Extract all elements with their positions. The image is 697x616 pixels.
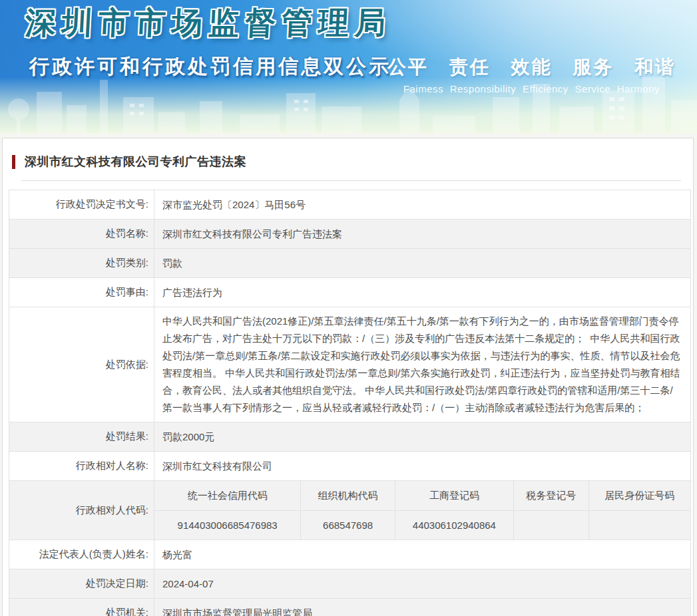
codes-header-row: 统一社会信用代码组织机构代码工商登记码税务登记号居民身份证号码 bbox=[154, 481, 690, 510]
row-label: 处罚决定日期: bbox=[9, 569, 154, 599]
header-banner: 深圳市市场监督管理局 行政许可和行政处罚信用信息双公示 公平 责任 效能 服务 … bbox=[0, 0, 697, 133]
codes-column-header: 税务登记号 bbox=[513, 481, 588, 510]
table-row: 处罚名称:深圳市红文科技有限公司专利广告违法案 bbox=[9, 220, 691, 249]
row-label: 行政处罚决定书文号: bbox=[9, 190, 154, 220]
page-title-row: 深圳市红文科技有限公司专利广告违法案 bbox=[3, 138, 693, 170]
row-value: 杨光富 bbox=[154, 540, 691, 569]
table-row: 行政处罚决定书文号:深市监光处罚〔2024〕马田56号 bbox=[9, 190, 691, 220]
codes-column-header: 居民身份证号码 bbox=[588, 481, 690, 510]
row-label: 行政相对人名称: bbox=[9, 452, 154, 481]
table-row: 处罚事由:广告违法行为 bbox=[9, 278, 691, 307]
codes-value: 914403006685476983 bbox=[154, 510, 301, 539]
content-panel: 深圳市红文科技有限公司专利广告违法案 行政处罚决定书文号:深市监光处罚〔2024… bbox=[2, 138, 694, 616]
table-row: 处罚机关:深圳市市场监督管理局光明监管局 bbox=[9, 599, 691, 616]
slogan-english: Faimess Responsibility Efficiency Servic… bbox=[387, 83, 676, 94]
codes-value bbox=[513, 510, 588, 539]
row-label: 行政相对人代码: bbox=[9, 481, 154, 540]
penalty-info-table: 行政处罚决定书文号:深市监光处罚〔2024〕马田56号处罚名称:深圳市红文科技有… bbox=[9, 190, 691, 616]
row-label: 处罚事由: bbox=[9, 278, 154, 307]
title-accent-bar bbox=[12, 155, 15, 169]
codes-column-header: 组织机构代码 bbox=[301, 481, 395, 510]
page-title: 深圳市红文科技有限公司专利广告违法案 bbox=[25, 154, 246, 170]
row-value: 深圳市红文科技有限公司专利广告违法案 bbox=[154, 220, 691, 249]
slogan-block: 公平 责任 效能 服务 和谐 Faimess Responsibility Ef… bbox=[387, 55, 676, 94]
row-label: 处罚类别: bbox=[9, 249, 154, 278]
slogan-chinese: 公平 责任 效能 服务 和谐 bbox=[387, 55, 676, 80]
table-row: 法定代表人(负责人)姓名:杨光富 bbox=[9, 540, 691, 569]
table-row: 处罚类别:罚款 bbox=[9, 249, 691, 278]
row-value: 2024-04-07 bbox=[154, 569, 691, 599]
codes-value-row: 9144030066854769836685476984403061029408… bbox=[154, 510, 690, 539]
codes-column-header: 工商登记码 bbox=[395, 481, 513, 510]
table-row: 处罚依据:中华人民共和国广告法(2021修正)/第五章法律责任/第五十九条/第一… bbox=[9, 307, 691, 422]
banner-subtitle: 行政许可和行政处罚信用信息双公示 bbox=[29, 53, 391, 80]
row-value: 深市监光处罚〔2024〕马田56号 bbox=[154, 190, 691, 220]
codes-subtable-cell: 统一社会信用代码组织机构代码工商登记码税务登记号居民身份证号码914403006… bbox=[154, 481, 691, 540]
title-divider bbox=[21, 180, 681, 181]
row-label: 处罚结果: bbox=[9, 422, 154, 452]
row-label: 法定代表人(负责人)姓名: bbox=[9, 540, 154, 569]
row-value: 罚款2000元 bbox=[154, 422, 691, 452]
row-value: 深圳市市场监督管理局光明监管局 bbox=[154, 599, 691, 616]
row-value: 罚款 bbox=[154, 249, 691, 278]
row-label: 处罚名称: bbox=[9, 220, 154, 249]
table-row: 行政相对人名称:深圳市红文科技有限公司 bbox=[9, 452, 691, 481]
table-row: 处罚决定日期:2024-04-07 bbox=[9, 569, 691, 599]
table-row: 行政相对人代码:统一社会信用代码组织机构代码工商登记码税务登记号居民身份证号码9… bbox=[9, 481, 691, 540]
penalty-table-body: 行政处罚决定书文号:深市监光处罚〔2024〕马田56号处罚名称:深圳市红文科技有… bbox=[9, 190, 691, 616]
row-value: 中华人民共和国广告法(2021修正)/第五章法律责任/第五十九条/第一款有下列行… bbox=[154, 307, 691, 422]
agency-title: 深圳市市场监督管理局 bbox=[24, 3, 392, 44]
codes-value bbox=[588, 510, 690, 539]
row-value: 广告违法行为 bbox=[154, 278, 691, 307]
codes-table: 统一社会信用代码组织机构代码工商登记码税务登记号居民身份证号码914403006… bbox=[154, 481, 690, 539]
codes-value: 668547698 bbox=[301, 510, 395, 539]
row-label: 处罚机关: bbox=[9, 599, 154, 616]
row-label: 处罚依据: bbox=[9, 307, 154, 422]
row-value: 深圳市红文科技有限公司 bbox=[154, 452, 691, 481]
codes-value: 440306102940864 bbox=[395, 510, 513, 539]
codes-column-header: 统一社会信用代码 bbox=[154, 481, 301, 510]
table-row: 处罚结果:罚款2000元 bbox=[9, 422, 691, 452]
